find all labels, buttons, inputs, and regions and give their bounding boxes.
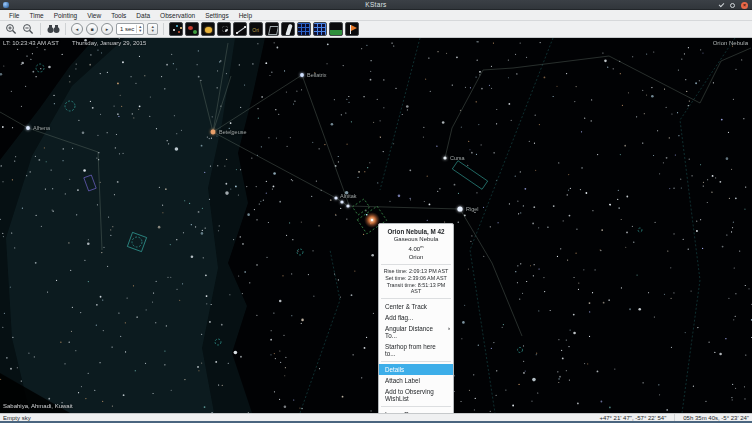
toolbar-separator (163, 23, 164, 35)
menu-separator (381, 361, 451, 362)
status-message: Empty sky (3, 415, 31, 421)
toggle-cbounds-icon[interactable] (265, 22, 279, 36)
toggle-comets-icon[interactable] (217, 22, 231, 36)
zoom-out-button[interactable] (21, 22, 35, 36)
titlebar: KStars × (0, 0, 752, 10)
menu-pointing[interactable]: Pointing (49, 12, 83, 19)
menu-settings[interactable]: Settings (200, 12, 234, 19)
status-divider (674, 414, 675, 421)
time-step-forward-button[interactable]: ▸ (101, 23, 113, 35)
context-menu-item-add-flag[interactable]: Add flag... (379, 312, 453, 323)
rise-set-transit-block: Rise time: 2:09:13 PM ASTSet time: 2:39:… (379, 267, 453, 296)
object-time-row: Rise time: 2:09:13 PM AST (382, 268, 450, 275)
toggle-milkyway-icon[interactable] (281, 22, 295, 36)
context-menu-item-starhop-from-here-to[interactable]: Starhop from here to... (379, 341, 453, 359)
toggle-stars-icon[interactable] (169, 22, 183, 36)
object-name: Orion Nebula, M 42 (382, 228, 450, 236)
close-icon[interactable]: × (741, 2, 748, 9)
star-label-alhena: Alhena (33, 125, 50, 131)
time-step-backward-button[interactable]: ◂ (71, 23, 83, 35)
context-menu-item-center-track[interactable]: Center & Track (379, 301, 453, 312)
menu-separator (381, 298, 451, 299)
find-object-button[interactable] (46, 22, 60, 36)
star-label-rigel: Rigel (466, 206, 479, 212)
toggle-deepsky-icon[interactable] (185, 22, 199, 36)
object-magnitude: 4.00m (382, 243, 450, 254)
toggle-cnames-icon[interactable] (249, 22, 263, 36)
menubar: FileTimePointingViewToolsDataObservation… (0, 10, 752, 21)
context-menu-item-angular-distance-to[interactable]: Angular Distance To...› (379, 323, 453, 341)
focus-object-label: Orion Nebula (713, 40, 748, 46)
menu-tools[interactable]: Tools (106, 12, 131, 19)
object-time-row: Set time: 2:39:06 AM AST (382, 275, 450, 282)
context-menu-item-details[interactable]: Details (379, 364, 453, 375)
menu-help[interactable]: Help (234, 12, 257, 19)
menu-data[interactable]: Data (131, 12, 155, 19)
zoom-out-icon (22, 23, 34, 35)
geo-location-label: Sabahiya, Ahmadi, Kuwait (3, 403, 73, 409)
menu-separator (381, 264, 451, 265)
toggle-eqgrid-icon[interactable] (297, 22, 311, 36)
toolbar-separator (65, 23, 66, 35)
toggle-planets-icon[interactable] (201, 22, 215, 36)
zoom-in-button[interactable] (4, 22, 18, 36)
menu-observation[interactable]: Observation (155, 12, 200, 19)
zoom-in-icon (5, 23, 17, 35)
sky-map[interactable] (0, 38, 752, 413)
object-constellation: Orion (382, 254, 450, 262)
context-menu-item-attach-label[interactable]: Attach Label (379, 375, 453, 386)
star-label-cursa: Cursa (450, 155, 465, 161)
equatorial-coordinates: 05h 35m 40s, -5° 23' 24" (683, 415, 749, 421)
context-menu-item-add-to-observing-wishlist[interactable]: Add to Observing WishList (379, 386, 453, 404)
toggle-clines-icon[interactable] (233, 22, 247, 36)
menu-time[interactable]: Time (24, 12, 48, 19)
object-time-row: Transit time: 8:51:13 PM AST (382, 282, 450, 296)
statusbar: Empty sky +47° 21' 47", -57° 22' 54" 05h… (0, 413, 752, 423)
maximize-icon[interactable] (730, 3, 735, 8)
time-step-value: 1 sec (120, 26, 134, 32)
time-step-arrows[interactable]: ▲▼ (136, 25, 143, 33)
menu-view[interactable]: View (82, 12, 106, 19)
menu-file[interactable]: File (4, 12, 24, 19)
toggle-ground-icon[interactable] (329, 22, 343, 36)
window-title: KStars (0, 1, 752, 8)
star-label-betelgeuse: Betelgeuse (219, 129, 247, 135)
view-toolbar (169, 22, 361, 36)
time-unit-stepper[interactable]: ▲▼ (147, 23, 158, 35)
star-label-bellatrix: Bellatrix (307, 72, 327, 78)
toggle-horgrid-icon[interactable] (313, 22, 327, 36)
toolbar-separator (40, 23, 41, 35)
time-step-spinbox[interactable]: 1 sec ▲▼ (116, 23, 144, 35)
object-type: Gaseous Nebula (382, 236, 450, 244)
toggle-flags-icon[interactable] (345, 22, 359, 36)
local-time-label: LT: 10:23:43 AM AST (3, 40, 59, 46)
context-menu-header: Orion Nebula, M 42 Gaseous Nebula 4.00m … (379, 226, 453, 262)
submenu-arrow-icon: › (448, 325, 450, 332)
minimize-icon[interactable] (719, 1, 725, 7)
object-context-menu: Orion Nebula, M 42 Gaseous Nebula 4.00m … (378, 223, 454, 423)
menu-separator (381, 406, 451, 407)
stop-clock-button[interactable]: ■ (86, 23, 98, 35)
sky-map-area: LT: 10:23:43 AM AST Thursday, January 29… (0, 38, 752, 413)
main-toolbar: ◂ ■ ▸ 1 sec ▲▼ ▲▼ (0, 21, 752, 38)
binoculars-icon (47, 24, 60, 34)
date-label: Thursday, January 29, 2015 (72, 40, 146, 46)
horizontal-coordinates: +47° 21' 47", -57° 22' 54" (599, 415, 666, 421)
star-label-alnitak: Alnitak (340, 193, 357, 199)
